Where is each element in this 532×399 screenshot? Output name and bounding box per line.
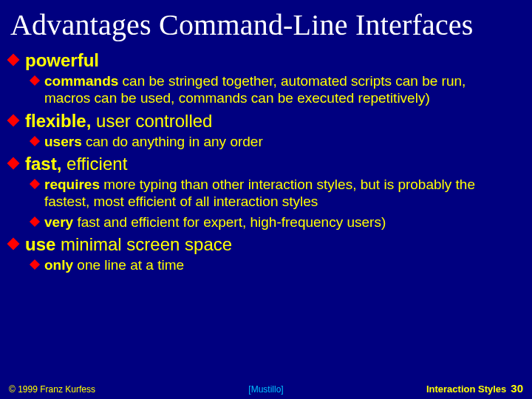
bullet-fast: fast, efficient [9,153,523,174]
diamond-icon [7,237,20,250]
diamond-icon [7,157,20,170]
subbullet-very: very fast and efficient for expert, high… [31,214,523,231]
bullet-powerful: powerful [9,50,523,71]
diamond-icon [30,136,40,146]
page-indicator: Interaction Styles30 [426,382,523,395]
bullet-use: use minimal screen space [9,233,523,255]
slide-body: powerful commands can be stringed togeth… [0,50,532,273]
diamond-icon [30,179,40,189]
subbullet-requires: requires more typing than other interact… [31,176,523,210]
bullet-flexible: flexible, user controlled [9,110,523,132]
diamond-icon [30,216,40,227]
diamond-icon [30,259,40,270]
reference-citation: [Mustillo] [248,384,283,395]
slide-title: Advantages Command-Line Interfaces [0,0,532,47]
subbullet-commands: commands can be stringed together, autom… [31,72,523,106]
subbullet-only: only one line at a time [31,256,523,273]
diamond-icon [30,75,40,86]
copyright-text: © 1999 Franz Kurfess [9,384,95,395]
diamond-icon [7,114,20,126]
diamond-icon [7,54,20,66]
subbullet-users: users can do anything in any order [31,133,523,150]
